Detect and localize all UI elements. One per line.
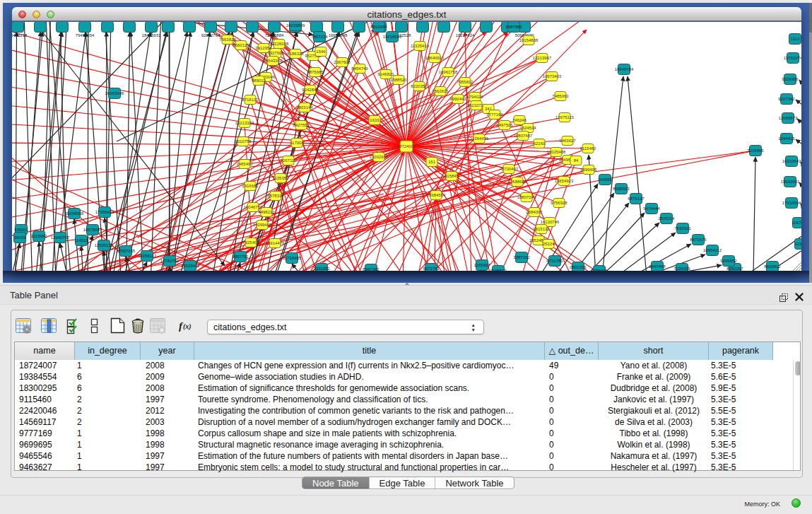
svg-text:18724007: 18724007 [397, 144, 416, 148]
svg-text:8938923: 8938923 [613, 187, 630, 191]
svg-text:8660123: 8660123 [233, 43, 249, 47]
svg-text:19384554: 19384554 [427, 193, 446, 197]
svg-text:1562615: 1562615 [432, 89, 449, 93]
svg-text:10025488: 10025488 [547, 150, 566, 154]
svg-text:9474444: 9474444 [643, 206, 660, 211]
svg-text:8471676: 8471676 [690, 238, 707, 242]
svg-text:7625402: 7625402 [242, 240, 259, 245]
svg-text:9115460: 9115460 [580, 146, 597, 151]
svg-text:9777169: 9777169 [486, 112, 503, 117]
svg-text:12310: 12310 [795, 242, 801, 246]
svg-text:16210643: 16210643 [782, 159, 801, 163]
svg-text:8427552: 8427552 [293, 123, 310, 127]
svg-text:18807249: 18807249 [517, 195, 536, 199]
svg-text:9327505: 9327505 [267, 51, 284, 55]
svg-text:9242845: 9242845 [302, 88, 319, 92]
svg-text:3387262: 3387262 [513, 255, 530, 259]
svg-text:39159: 39159 [14, 235, 26, 240]
svg-text:18640910: 18640910 [425, 56, 445, 60]
svg-text:16543362: 16543362 [264, 59, 283, 63]
svg-text:17010504: 17010504 [782, 201, 801, 205]
svg-text:746246: 746246 [512, 118, 527, 122]
svg-text:0801326: 0801326 [570, 265, 587, 269]
svg-text:1031051: 1031051 [313, 267, 330, 271]
svg-text:1244415: 1244415 [778, 136, 795, 141]
svg-text:6879197: 6879197 [628, 197, 645, 201]
svg-text:6794024: 6794024 [466, 95, 483, 99]
svg-text:10973403: 10973403 [543, 74, 562, 78]
svg-text:15751074: 15751074 [784, 56, 801, 60]
svg-text:8050097: 8050097 [726, 267, 743, 271]
svg-text:915845: 915845 [445, 174, 459, 178]
svg-text:12093873: 12093873 [779, 116, 798, 120]
svg-text:10046756: 10046756 [244, 205, 263, 209]
svg-text:9857791: 9857791 [232, 255, 249, 259]
svg-text:1965493: 1965493 [236, 162, 253, 166]
svg-text:6497505: 6497505 [496, 123, 513, 127]
svg-text:23226058: 23226058 [270, 42, 289, 46]
svg-text:7857224: 7857224 [311, 35, 328, 39]
svg-text:10154808: 10154808 [519, 38, 539, 42]
svg-text:151: 151 [428, 160, 436, 164]
svg-text:19358117: 19358117 [138, 254, 157, 258]
svg-text:2687682: 2687682 [505, 25, 522, 29]
svg-text:84: 84 [574, 158, 579, 163]
svg-text:989013: 989013 [252, 78, 266, 83]
svg-text:16697848: 16697848 [329, 33, 348, 37]
svg-text:4498222: 4498222 [258, 210, 275, 214]
svg-text:23002975: 23002975 [370, 155, 389, 159]
svg-text:2684007: 2684007 [526, 210, 543, 214]
svg-text:16914479: 16914479 [266, 241, 285, 245]
svg-text:79402654: 79402654 [76, 33, 95, 37]
svg-text:7736026: 7736026 [591, 269, 608, 271]
svg-text:3267110: 3267110 [281, 158, 298, 163]
svg-text:10688609: 10688609 [508, 180, 527, 184]
svg-text:12213967: 12213967 [533, 56, 552, 60]
svg-text:10654112: 10654112 [703, 248, 722, 252]
svg-text:9990443: 9990443 [449, 97, 466, 101]
svg-text:8820812: 8820812 [764, 264, 781, 269]
svg-text:72423884: 72423884 [265, 33, 284, 37]
svg-text:9756928: 9756928 [551, 201, 567, 205]
svg-text:18227824: 18227824 [456, 33, 475, 37]
svg-text:7955812: 7955812 [457, 80, 473, 84]
svg-text:2367608: 2367608 [334, 60, 351, 64]
svg-text:10975887: 10975887 [83, 228, 102, 232]
svg-text:1010755: 1010755 [235, 139, 252, 144]
svg-text:8186328: 8186328 [287, 52, 304, 56]
svg-text:3875685: 3875685 [307, 70, 324, 74]
svg-text:26053346: 26053346 [105, 91, 124, 95]
svg-text:1135359: 1135359 [273, 176, 290, 180]
svg-text:8347382: 8347382 [363, 267, 379, 271]
svg-text:92832764: 92832764 [201, 33, 220, 37]
svg-text:8813094: 8813094 [370, 25, 387, 29]
svg-text:45720407: 45720407 [500, 167, 519, 171]
svg-text:9463627: 9463627 [559, 139, 576, 143]
svg-text:10433218: 10433218 [12, 33, 28, 37]
svg-text:12975115: 12975115 [555, 115, 575, 119]
svg-text:21364436: 21364436 [470, 136, 489, 141]
svg-text:7234309: 7234309 [673, 267, 690, 271]
svg-text:9973763: 9973763 [423, 267, 440, 271]
svg-text:11716485: 11716485 [283, 256, 302, 260]
svg-text:16120746: 16120746 [541, 220, 560, 224]
svg-text:117004: 117004 [290, 141, 304, 145]
svg-text:16648784: 16648784 [615, 67, 634, 71]
svg-text:8454749: 8454749 [351, 66, 368, 71]
svg-text:1916682: 1916682 [242, 184, 259, 188]
svg-text:7485063: 7485063 [552, 94, 569, 98]
svg-text:1633: 1633 [370, 118, 379, 122]
svg-text:9146821: 9146821 [377, 72, 394, 76]
svg-text:12505135: 12505135 [95, 243, 114, 247]
svg-text:1165667: 1165667 [474, 263, 491, 267]
svg-text:1624534: 1624534 [519, 126, 536, 130]
svg-text:16782759: 16782759 [160, 259, 180, 263]
svg-text:14099465: 14099465 [253, 223, 272, 227]
svg-text:10807487: 10807487 [514, 134, 533, 138]
svg-text:935001: 935001 [14, 228, 29, 232]
svg-text:9245652: 9245652 [720, 259, 737, 263]
svg-text:0647468: 0647468 [649, 264, 666, 269]
svg-text:25224: 25224 [543, 242, 555, 246]
svg-text:17359924: 17359924 [95, 210, 114, 214]
svg-text:20206556: 20206556 [65, 211, 84, 216]
